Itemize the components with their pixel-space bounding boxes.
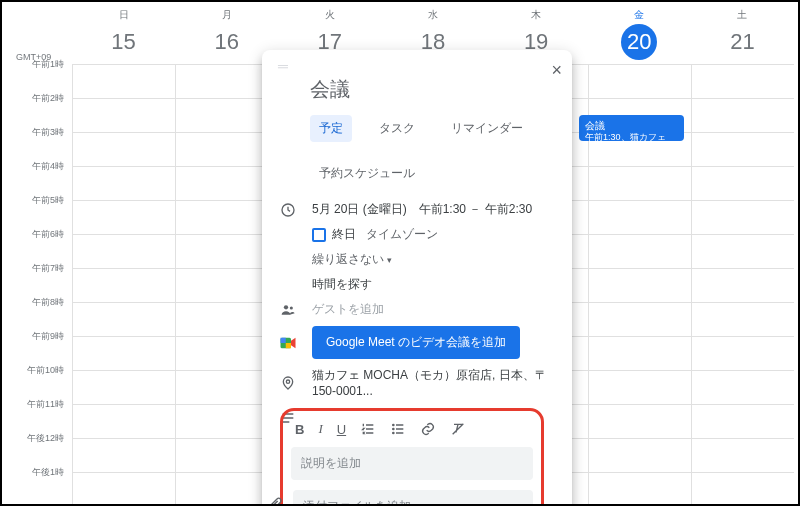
hour-label: 午前10時 — [12, 364, 64, 377]
svg-rect-4 — [281, 337, 286, 342]
day-number[interactable]: 15 — [106, 24, 142, 60]
timezone-link[interactable]: タイムゾーン — [366, 227, 438, 241]
day-of-week: 月 — [175, 8, 278, 22]
event-type-tabs: 予定 タスク リマインダー 予約スケジュール — [310, 115, 572, 187]
hour-label: 午前4時 — [12, 160, 64, 173]
bold-icon[interactable]: B — [295, 422, 304, 437]
svg-point-6 — [286, 380, 289, 383]
attachment-input[interactable]: 添付ファイルを追加 — [293, 490, 533, 506]
hour-label: 午前2時 — [12, 92, 64, 105]
numbered-list-icon[interactable] — [360, 421, 376, 437]
link-icon[interactable] — [420, 421, 436, 437]
recurrence-select[interactable]: 繰り返さない — [312, 251, 556, 268]
hour-label: 午後1時 — [12, 466, 64, 479]
event-subline: 午前1:30、猫カフェ MO — [585, 132, 678, 141]
clear-format-icon[interactable] — [450, 421, 466, 437]
hour-label: 午前6時 — [12, 228, 64, 241]
location-icon — [278, 375, 298, 391]
add-meet-button[interactable]: Google Meet のビデオ会議を追加 — [312, 326, 520, 359]
svg-point-8 — [393, 428, 394, 429]
day-number[interactable]: 21 — [724, 24, 760, 60]
hour-label: 午前7時 — [12, 262, 64, 275]
day-of-week: 水 — [381, 8, 484, 22]
day-header[interactable]: 金20 — [588, 8, 691, 60]
people-icon — [278, 302, 298, 318]
tab-event[interactable]: 予定 — [310, 115, 352, 142]
underline-icon[interactable]: U — [337, 422, 346, 437]
day-header[interactable]: 日15 — [72, 8, 175, 60]
hour-label: 午前1時 — [12, 58, 64, 71]
day-number[interactable]: 16 — [209, 24, 245, 60]
calendar-event-chip[interactable]: 会議 午前1:30、猫カフェ MO — [579, 115, 684, 141]
attachment-icon — [265, 497, 285, 507]
datetime-text[interactable]: 5月 20日 (金曜日) 午前1:30 － 午前2:30 — [312, 201, 556, 218]
day-of-week: 土 — [691, 8, 794, 22]
svg-point-9 — [393, 432, 394, 433]
bulleted-list-icon[interactable] — [390, 421, 406, 437]
event-editor-modal: ═ × 予定 タスク リマインダー 予約スケジュール 5月 20日 (金曜日) … — [262, 50, 572, 506]
guests-input[interactable]: ゲストを追加 — [312, 301, 556, 318]
find-time-link[interactable]: 時間を探す — [312, 276, 556, 293]
clock-icon — [278, 202, 298, 218]
day-of-week: 日 — [72, 8, 175, 22]
hour-label: 午前8時 — [12, 296, 64, 309]
hour-label: 午前11時 — [12, 398, 64, 411]
day-number[interactable]: 20 — [621, 24, 657, 60]
day-of-week: 木 — [485, 8, 588, 22]
day-of-week: 金 — [588, 8, 691, 22]
tab-task[interactable]: タスク — [370, 115, 424, 142]
hour-label: 午前3時 — [12, 126, 64, 139]
description-highlight-box: B I U 説明を追加 添付ファイルを追加 — [280, 408, 544, 506]
meet-icon — [278, 334, 298, 352]
tab-appointment[interactable]: 予約スケジュール — [310, 160, 424, 187]
hour-label: 午前5時 — [12, 194, 64, 207]
svg-rect-5 — [286, 343, 291, 348]
event-title-input[interactable] — [310, 74, 556, 105]
description-input[interactable]: 説明を追加 — [291, 447, 533, 480]
svg-point-2 — [290, 306, 293, 309]
day-of-week: 火 — [278, 8, 381, 22]
rich-text-toolbar: B I U — [291, 419, 533, 443]
svg-point-1 — [284, 305, 288, 309]
hour-label: 午前9時 — [12, 330, 64, 343]
allday-label: 終日 — [332, 227, 356, 241]
drag-handle-icon[interactable]: ═ — [262, 58, 572, 74]
day-header[interactable]: 土21 — [691, 8, 794, 60]
location-text[interactable]: 猫カフェ MOCHA（モカ）原宿店, 日本、〒150-0001... — [312, 367, 556, 398]
tab-reminder[interactable]: リマインダー — [442, 115, 532, 142]
close-icon[interactable]: × — [551, 60, 562, 81]
event-title: 会議 — [585, 119, 678, 132]
svg-point-7 — [393, 424, 394, 425]
allday-checkbox[interactable] — [312, 228, 326, 242]
hour-label: 午後12時 — [12, 432, 64, 445]
italic-icon[interactable]: I — [318, 421, 322, 437]
